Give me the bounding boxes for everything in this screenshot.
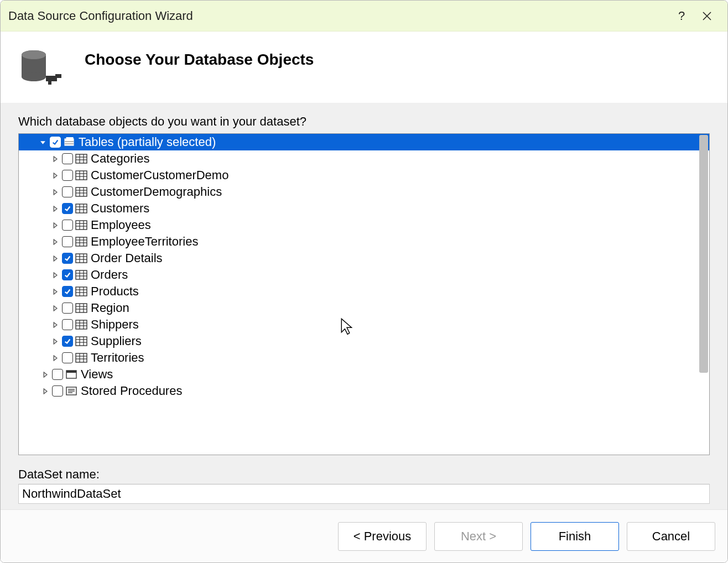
tree-node-label: Customers [91, 201, 149, 216]
tree-node-group[interactable]: Views [19, 366, 709, 383]
previous-button[interactable]: < Previous [338, 522, 427, 551]
tree-node-table[interactable]: Employees [19, 217, 709, 233]
tree-node-table[interactable]: Suppliers [19, 333, 709, 350]
table-icon [75, 253, 87, 264]
tree-node-tables[interactable]: Tables (partially selected) [19, 134, 709, 150]
tree-node-table[interactable]: Products [19, 283, 709, 300]
svg-rect-46 [76, 270, 87, 279]
checkbox[interactable] [62, 253, 73, 264]
tree-node-table[interactable]: Orders [19, 267, 709, 283]
table-icon [75, 269, 87, 280]
tree-node-group[interactable]: Stored Procedures [19, 383, 709, 399]
expander-closed-icon[interactable] [51, 271, 59, 279]
expander-closed-icon[interactable] [51, 288, 59, 295]
svg-rect-8 [66, 137, 73, 139]
scrollbar-thumb[interactable] [699, 135, 708, 373]
page-heading: Choose Your Database Objects [85, 51, 314, 69]
checkbox[interactable] [62, 269, 73, 280]
svg-rect-41 [76, 254, 87, 263]
expander-closed-icon[interactable] [41, 387, 49, 395]
checkbox[interactable] [62, 170, 73, 181]
cancel-button[interactable]: Cancel [627, 522, 715, 551]
tree-node-label: Suppliers [91, 334, 142, 348]
next-button: Next > [434, 522, 523, 551]
expander-closed-icon[interactable] [41, 371, 49, 378]
svg-rect-31 [76, 221, 87, 230]
expander-open-icon[interactable] [39, 138, 46, 146]
tables-group-icon [63, 137, 75, 148]
table-icon [75, 319, 87, 330]
expander-closed-icon[interactable] [51, 304, 59, 312]
tree-node-table[interactable]: Region [19, 300, 709, 316]
checkbox[interactable] [62, 186, 73, 197]
tree-node-table[interactable]: Customers [19, 200, 709, 217]
tree-node-label: EmployeeTerritories [91, 234, 198, 249]
tree-node-table[interactable]: CustomerCustomerDemo [19, 167, 709, 184]
checkbox[interactable] [62, 153, 73, 164]
views-icon [65, 369, 77, 380]
help-button[interactable]: ? [669, 5, 694, 27]
table-icon [75, 236, 87, 247]
checkbox[interactable] [62, 336, 73, 347]
expander-closed-icon[interactable] [51, 238, 59, 246]
svg-rect-16 [76, 171, 87, 180]
checkbox[interactable] [62, 220, 73, 231]
tree-node-table[interactable]: EmployeeTerritories [19, 233, 709, 250]
tree-node-label: CustomerCustomerDemo [91, 168, 228, 183]
expander-closed-icon[interactable] [51, 205, 59, 212]
tree-node-label: Orders [91, 268, 128, 282]
svg-rect-7 [65, 139, 74, 145]
tree-node-table[interactable]: Categories [19, 150, 709, 167]
table-icon [75, 186, 87, 197]
checkbox[interactable] [62, 352, 73, 363]
checkbox[interactable] [62, 203, 73, 214]
stored-proc-icon [65, 385, 77, 397]
checkbox[interactable] [62, 286, 73, 297]
expander-closed-icon[interactable] [51, 321, 59, 329]
tree-node-label: Order Details [91, 251, 163, 265]
svg-point-5 [22, 50, 46, 59]
table-icon [75, 303, 87, 314]
svg-rect-11 [76, 154, 87, 163]
checkbox[interactable] [62, 319, 73, 330]
table-icon [75, 286, 87, 297]
tree-node-label: Stored Procedures [81, 384, 182, 398]
svg-rect-77 [66, 371, 76, 373]
svg-rect-6 [55, 74, 61, 78]
close-icon [701, 11, 713, 22]
tree-node-label: CustomerDemographics [91, 185, 222, 199]
checkbox[interactable] [52, 385, 63, 397]
expander-closed-icon[interactable] [51, 221, 59, 229]
svg-point-4 [22, 72, 46, 81]
svg-rect-66 [76, 337, 87, 346]
tree-node-label: Products [91, 284, 139, 299]
checkbox[interactable] [62, 236, 73, 247]
objects-tree[interactable]: Tables (partially selected)CategoriesCus… [18, 133, 710, 455]
finish-button[interactable]: Finish [531, 522, 619, 551]
tree-node-label: Shippers [91, 317, 139, 332]
close-button[interactable] [694, 5, 720, 27]
tree-node-table[interactable]: Shippers [19, 316, 709, 333]
expander-closed-icon[interactable] [51, 354, 59, 362]
checkbox[interactable] [50, 137, 61, 148]
checkbox[interactable] [52, 369, 63, 380]
svg-rect-36 [76, 237, 87, 246]
expander-closed-icon[interactable] [51, 188, 59, 196]
svg-rect-26 [76, 204, 87, 213]
checkbox[interactable] [62, 303, 73, 314]
body: Which database objects do you want in yo… [1, 103, 727, 509]
expander-closed-icon[interactable] [51, 254, 59, 262]
table-icon [75, 352, 87, 363]
tree-node-table[interactable]: Order Details [19, 250, 709, 267]
expander-closed-icon[interactable] [51, 155, 59, 163]
expander-closed-icon[interactable] [51, 337, 59, 345]
header: Choose Your Database Objects [1, 32, 727, 103]
footer: < Previous Next > Finish Cancel [1, 509, 727, 562]
svg-rect-61 [76, 320, 87, 329]
tree-node-table[interactable]: Territories [19, 350, 709, 366]
tree-node-table[interactable]: CustomerDemographics [19, 184, 709, 200]
svg-rect-71 [76, 353, 87, 362]
dataset-name-label: DataSet name: [18, 467, 710, 482]
dataset-name-input[interactable] [18, 484, 710, 504]
expander-closed-icon[interactable] [51, 171, 59, 179]
